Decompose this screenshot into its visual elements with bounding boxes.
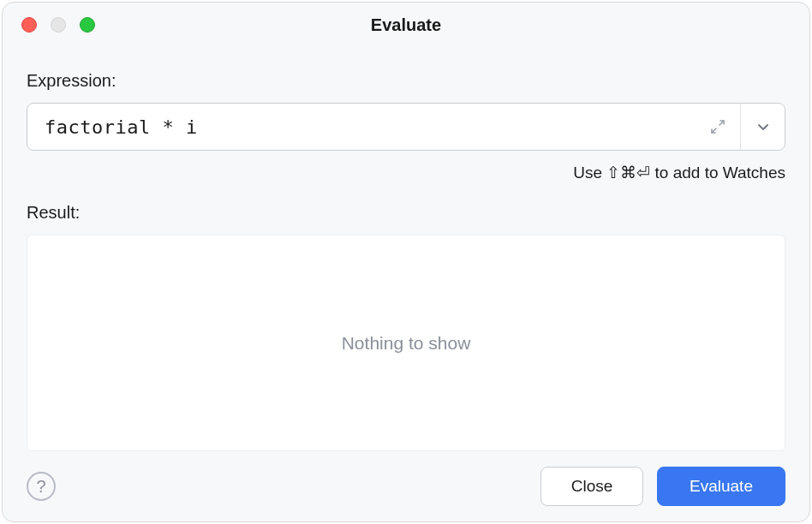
hint-prefix: Use xyxy=(573,164,606,182)
expression-input[interactable] xyxy=(27,104,696,150)
watches-hint: Use ⇧⌘⏎ to add to Watches xyxy=(27,163,785,182)
dialog-footer: ? Close Evaluate xyxy=(3,451,809,521)
window-close-button[interactable] xyxy=(21,17,37,33)
expression-label: Expression: xyxy=(27,71,785,91)
window-zoom-button[interactable] xyxy=(80,17,95,33)
hint-shortcut: ⇧⌘⏎ xyxy=(606,164,650,182)
result-placeholder: Nothing to show xyxy=(342,333,471,354)
chevron-down-icon xyxy=(755,119,771,134)
expand-editor-button[interactable] xyxy=(696,104,740,150)
evaluate-button[interactable]: Evaluate xyxy=(657,467,785,506)
content-area: Expression: Use ⇧⌘⏎ to add to Watches Re… xyxy=(3,47,809,451)
help-button[interactable]: ? xyxy=(27,472,56,501)
help-icon: ? xyxy=(36,477,45,497)
result-label: Result: xyxy=(27,203,785,223)
traffic-lights xyxy=(21,17,95,33)
history-dropdown-button[interactable] xyxy=(740,104,785,150)
hint-suffix: to add to Watches xyxy=(650,164,785,182)
close-button[interactable]: Close xyxy=(540,467,643,506)
titlebar: Evaluate xyxy=(3,3,809,47)
window-title: Evaluate xyxy=(371,15,441,35)
result-panel: Nothing to show xyxy=(27,235,785,451)
evaluate-dialog: Evaluate Expression: Use ⇧⌘⏎ to add to W… xyxy=(2,2,810,522)
expand-icon xyxy=(709,118,726,135)
expression-field-container xyxy=(27,103,785,151)
window-minimize-button[interactable] xyxy=(51,17,66,33)
